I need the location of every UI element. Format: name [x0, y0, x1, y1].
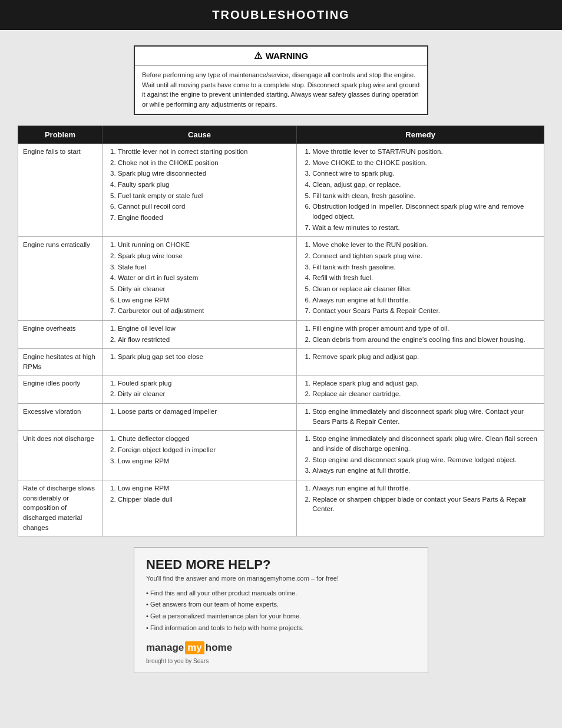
cause-item: Spark plug wire loose — [118, 251, 292, 261]
remedy-item: Always run engine at full throttle. — [312, 483, 539, 493]
cause-item: Choke not in the CHOKE position — [118, 158, 292, 168]
remedy-item: Contact your Sears Parts & Repair Center… — [312, 306, 539, 316]
warning-label: WARNING — [266, 51, 309, 61]
footer-bullet: Get answers from our team of home expert… — [146, 599, 416, 611]
cause-cell: Chute deflector cloggedForeign object lo… — [102, 431, 296, 480]
brand-home: home — [206, 642, 232, 654]
remedy-item: Wait a few minutes to restart. — [312, 223, 539, 233]
remedy-item: Move CHOKE to the CHOKE position. — [312, 158, 539, 168]
cause-cell: Spark plug gap set too close — [102, 349, 296, 375]
cause-item: Low engine RPM — [118, 295, 292, 305]
remedy-item: Move choke lever to the RUN position. — [312, 240, 539, 250]
remedy-item: Connect wire to spark plug. — [312, 169, 539, 179]
footer-box: NEED MORE HELP? You'll find the answer a… — [134, 547, 428, 673]
remedy-item: Fill tank with fresh gasoline. — [312, 262, 539, 272]
table-row: Engine fails to start — [18, 144, 103, 237]
cause-item: Low engine RPM — [118, 456, 292, 466]
remedy-cell: Always run engine at full throttle.Repla… — [297, 480, 544, 536]
warning-icon: ⚠ — [254, 50, 262, 61]
remedy-cell: Stop engine immediately and disconnect s… — [297, 404, 544, 431]
remedy-cell: Replace spark plug and adjust gap.Replac… — [297, 375, 544, 403]
cause-item: Cannot pull recoil cord — [118, 202, 292, 212]
warning-header: ⚠ WARNING — [135, 47, 427, 65]
remedy-item: Fill engine with proper amount and type … — [312, 324, 539, 334]
cause-item: Foreign object lodged in impeller — [118, 445, 292, 455]
col-header-remedy: Remedy — [297, 126, 544, 144]
remedy-item: Remove spark plug and adjust gap. — [312, 352, 539, 362]
remedy-item: Obstruction lodged in impeller. Disconne… — [312, 202, 539, 221]
cause-cell: Unit running on CHOKESpark plug wire loo… — [102, 237, 296, 321]
remedy-item: Always run engine at full throttle. — [312, 295, 539, 305]
troubleshoot-table: Problem Cause Remedy Engine fails to sta… — [18, 126, 544, 536]
col-header-problem: Problem — [18, 126, 103, 144]
cause-cell: Fouled spark plugDirty air cleaner — [102, 375, 296, 403]
table-row: Engine idles poorly — [18, 375, 103, 403]
cause-cell: Engine oil level lowAir flow restricted — [102, 321, 296, 349]
remedy-item: Refill with fresh fuel. — [312, 273, 539, 283]
footer-subtitle: You'll find the answer and more on manag… — [146, 575, 416, 582]
cause-cell: Loose parts or damaged impeller — [102, 404, 296, 431]
table-row: Engine hesitates at high RPMs — [18, 349, 103, 375]
remedy-cell: Fill engine with proper amount and type … — [297, 321, 544, 349]
cause-item: Air flow restricted — [118, 335, 292, 345]
remedy-item: Clean, adjust gap, or replace. — [312, 180, 539, 190]
brand-logo: manage my home — [146, 641, 416, 654]
table-row: Unit does not discharge — [18, 431, 103, 480]
warning-text: Before performing any type of maintenanc… — [135, 65, 427, 114]
cause-item: Faulty spark plug — [118, 180, 292, 190]
table-row: Engine overheats — [18, 321, 103, 349]
footer-title: NEED MORE HELP? — [146, 557, 416, 572]
table-row: Rate of discharge slows considerably or … — [18, 480, 103, 536]
remedy-item: Stop engine immediately and disconnect s… — [312, 434, 539, 453]
cause-item: Carburetor out of adjustment — [118, 306, 292, 316]
page: TROUBLESHOOTING ⚠ WARNING Before perform… — [0, 0, 562, 728]
cause-item: Engine oil level low — [118, 324, 292, 334]
cause-item: Water or dirt in fuel system — [118, 273, 292, 283]
col-header-cause: Cause — [102, 126, 296, 144]
remedy-item: Stop engine and disconnect spark plug wi… — [312, 455, 539, 465]
cause-cell: Throttle lever not in correct starting p… — [102, 144, 296, 237]
footer-bullet: Find this and all your other product man… — [146, 588, 416, 599]
remedy-item: Replace air cleaner cartridge. — [312, 389, 539, 399]
footer-bullets: Find this and all your other product man… — [146, 588, 416, 634]
cause-item: Unit running on CHOKE — [118, 240, 292, 250]
brand-manage: manage — [146, 642, 184, 654]
cause-item: Fouled spark plug — [118, 378, 292, 388]
cause-cell: Low engine RPMChipper blade dull — [102, 480, 296, 536]
remedy-cell: Move throttle lever to START/RUN positio… — [297, 144, 544, 237]
remedy-item: Fill tank with clean, fresh gasoline. — [312, 191, 539, 201]
remedy-item: Stop engine immediately and disconnect s… — [312, 407, 539, 426]
cause-item: Low engine RPM — [118, 483, 292, 493]
cause-item: Engine flooded — [118, 213, 292, 223]
cause-item: Dirty air cleaner — [118, 284, 292, 294]
footer-bullet: Get a personalized maintenance plan for … — [146, 611, 416, 622]
remedy-cell: Stop engine immediately and disconnect s… — [297, 431, 544, 480]
remedy-cell: Remove spark plug and adjust gap. — [297, 349, 544, 375]
remedy-item: Connect and tighten spark plug wire. — [312, 251, 539, 261]
remedy-item: Replace spark plug and adjust gap. — [312, 378, 539, 388]
page-header: TROUBLESHOOTING — [0, 0, 562, 30]
cause-item: Loose parts or damaged impeller — [118, 407, 292, 417]
footer-bullet: Find information and tools to help with … — [146, 622, 416, 634]
brand-sub: brought to you by Sears — [146, 658, 416, 664]
cause-item: Chute deflector clogged — [118, 434, 292, 444]
warning-box: ⚠ WARNING Before performing any type of … — [134, 45, 428, 115]
cause-item: Stale fuel — [118, 262, 292, 272]
cause-item: Fuel tank empty or stale fuel — [118, 191, 292, 201]
page-title: TROUBLESHOOTING — [212, 8, 349, 21]
table-row: Excessive vibration — [18, 404, 103, 431]
remedy-item: Replace or sharpen chipper blade or cont… — [312, 495, 539, 514]
remedy-item: Clean debris from around the engine's co… — [312, 335, 539, 345]
cause-item: Dirty air cleaner — [118, 389, 292, 399]
remedy-cell: Move choke lever to the RUN position.Con… — [297, 237, 544, 321]
remedy-item: Move throttle lever to START/RUN positio… — [312, 147, 539, 157]
cause-item: Chipper blade dull — [118, 495, 292, 505]
cause-item: Spark plug gap set too close — [118, 352, 292, 362]
brand-my: my — [185, 641, 204, 654]
cause-item: Throttle lever not in correct starting p… — [118, 147, 292, 157]
content-area: ⚠ WARNING Before performing any type of … — [0, 30, 562, 693]
remedy-item: Clean or replace air cleaner filter. — [312, 284, 539, 294]
remedy-item: Always run engine at full throttle. — [312, 466, 539, 476]
table-row: Engine runs erratically — [18, 237, 103, 321]
cause-item: Spark plug wire disconnected — [118, 169, 292, 179]
